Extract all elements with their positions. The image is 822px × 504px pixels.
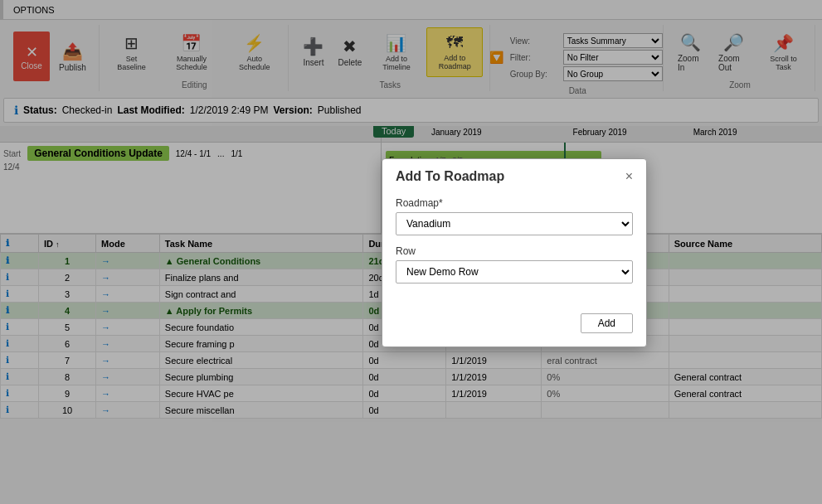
modal-title: Add To Roadmap bbox=[396, 169, 504, 184]
modal-body: Roadmap* Vanadium Summary Alpha Beta Row… bbox=[382, 191, 646, 307]
row-form-group: Row New Demo Row Row 1 Row 2 Row 3 bbox=[396, 245, 633, 284]
roadmap-form-group: Roadmap* Vanadium Summary Alpha Beta bbox=[396, 197, 633, 235]
modal-close-button[interactable]: × bbox=[625, 169, 633, 184]
modal-footer: Add bbox=[382, 307, 646, 346]
modal-overlay: Add To Roadmap × Roadmap* Vanadium Summa… bbox=[0, 0, 822, 504]
roadmap-select[interactable]: Vanadium Summary Alpha Beta bbox=[396, 212, 633, 235]
row-label: Row bbox=[396, 245, 633, 257]
row-select[interactable]: New Demo Row Row 1 Row 2 Row 3 bbox=[396, 260, 633, 284]
modal-header: Add To Roadmap × bbox=[382, 159, 646, 191]
add-button[interactable]: Add bbox=[581, 313, 633, 333]
add-to-roadmap-modal: Add To Roadmap × Roadmap* Vanadium Summa… bbox=[382, 158, 647, 347]
roadmap-label: Roadmap* bbox=[396, 197, 633, 209]
